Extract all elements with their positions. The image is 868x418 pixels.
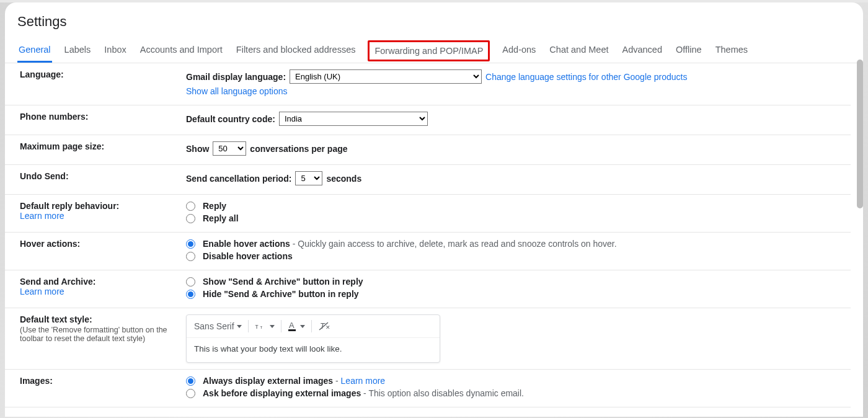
show-all-languages-link[interactable]: Show all language options (186, 86, 287, 96)
change-language-link[interactable]: Change language settings for other Googl… (485, 72, 687, 82)
tab-labels[interactable]: Labels (63, 38, 92, 63)
hide-archive-radio[interactable] (186, 290, 195, 299)
caret-icon (237, 325, 242, 328)
font-family-name: Sans Serif (194, 321, 234, 331)
remove-formatting-icon: T ✕ (318, 321, 330, 332)
separator (311, 320, 312, 332)
textstyle-sub: (Use the 'Remove formatting' button on t… (20, 326, 180, 343)
pagesize-select[interactable]: 50 (213, 141, 246, 156)
ask-before-label: Ask before displaying external images (203, 388, 361, 398)
always-display-radio[interactable] (186, 376, 195, 386)
show-archive-label: Show "Send & Archive" button in reply (203, 277, 363, 287)
default-country-code-label: Default country code: (186, 114, 275, 124)
remove-formatting-button[interactable]: T ✕ (318, 321, 330, 332)
font-size-icon: т т (255, 321, 267, 331)
svg-rect-3 (288, 329, 296, 331)
disable-hover-label: Disable hover actions (203, 251, 293, 261)
show-archive-radio[interactable] (186, 277, 195, 287)
svg-text:✕: ✕ (326, 324, 330, 331)
tab-accounts[interactable]: Accounts and Import (139, 38, 224, 63)
tab-advanced[interactable]: Advanced (621, 38, 663, 63)
svg-text:т: т (260, 324, 262, 330)
seconds-label: seconds (326, 174, 361, 184)
tab-offline[interactable]: Offline (675, 38, 703, 63)
language-select[interactable]: English (UK) (290, 69, 482, 84)
caret-icon (300, 325, 305, 328)
text-color-button[interactable]: A (288, 321, 305, 332)
enable-hover-desc: - Quickly gain access to archive, delete… (290, 239, 617, 249)
text-style-toolbar: Sans Serif т т (186, 314, 440, 363)
reply-option-label: Reply (203, 201, 226, 211)
tabs-bar: General Labels Inbox Accounts and Import… (5, 38, 863, 63)
enable-hover-label: Enable hover actions (203, 239, 290, 249)
always-display-label: Always display external images (203, 376, 333, 386)
reply-label: Default reply behaviour: (20, 201, 180, 211)
hide-archive-label: Hide "Send & Archive" button in reply (203, 289, 359, 299)
ask-before-radio[interactable] (186, 389, 195, 398)
country-code-select[interactable]: India (279, 112, 428, 126)
separator (248, 320, 249, 332)
pagesize-label: Maximum page size: (20, 141, 186, 158)
gmail-display-language-label: Gmail display language: (186, 72, 286, 82)
font-size-button[interactable]: т т (255, 321, 275, 331)
tab-forwarding[interactable]: Forwarding and POP/IMAP (368, 40, 490, 61)
scrollbar[interactable] (857, 60, 863, 208)
textstyle-label: Default text style: (20, 314, 180, 324)
images-learn-more-link[interactable]: Learn more (341, 376, 386, 386)
reply-learn-more-link[interactable]: Learn more (20, 211, 64, 221)
tab-chat[interactable]: Chat and Meet (548, 38, 609, 63)
tab-themes[interactable]: Themes (714, 38, 749, 63)
phone-label: Phone numbers: (20, 112, 186, 128)
images-label: Images: (20, 376, 186, 401)
reply-all-radio[interactable] (186, 214, 195, 223)
text-preview: This is what your body text will look li… (187, 338, 440, 362)
text-color-icon: A (288, 321, 298, 332)
caret-icon (270, 325, 275, 328)
undo-label: Undo Send: (20, 171, 186, 188)
archive-label: Send and Archive: (20, 277, 180, 287)
svg-text:т: т (255, 322, 258, 330)
enable-hover-radio[interactable] (186, 239, 195, 249)
tab-general[interactable]: General (17, 38, 52, 63)
cancellation-label: Send cancellation period: (186, 174, 291, 184)
ask-before-desc: - This option also disables dynamic emai… (361, 388, 524, 398)
language-label: Language: (20, 69, 186, 99)
settings-content: Language: Gmail display language: Englis… (5, 63, 863, 414)
reply-radio[interactable] (186, 202, 195, 211)
undo-select[interactable]: 5 (295, 171, 322, 185)
font-family-button[interactable]: Sans Serif (194, 321, 242, 331)
tab-inbox[interactable]: Inbox (103, 38, 127, 63)
tab-filters[interactable]: Filters and blocked addresses (235, 38, 357, 63)
page-title: Settings (5, 2, 863, 38)
conversations-label: conversations per page (250, 144, 347, 154)
tab-addons[interactable]: Add-ons (501, 38, 537, 63)
archive-learn-more-link[interactable]: Learn more (20, 287, 64, 296)
separator (281, 320, 281, 332)
hover-label: Hover actions: (20, 239, 186, 264)
svg-text:A: A (289, 321, 294, 330)
disable-hover-radio[interactable] (186, 252, 195, 261)
reply-all-option-label: Reply all (203, 213, 239, 223)
show-label: Show (186, 144, 209, 154)
